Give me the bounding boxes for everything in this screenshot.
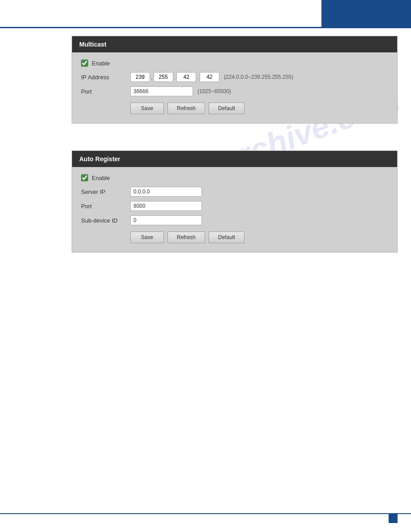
multicast-ip-octet3[interactable]	[176, 72, 196, 82]
auto-register-sub-device-label: Sub-device ID	[81, 217, 130, 224]
multicast-default-button[interactable]: Default	[209, 103, 244, 114]
ip-dot-3: .	[196, 74, 200, 81]
auto-register-buttons-row: Save Refresh Default	[130, 232, 388, 243]
multicast-ip-group: . . .	[130, 72, 219, 82]
multicast-enable-row: Enable	[81, 60, 388, 67]
multicast-port-row: Port (1025~65500)	[81, 86, 388, 96]
multicast-port-input[interactable]	[130, 86, 193, 96]
multicast-ip-octet1[interactable]	[130, 72, 150, 82]
multicast-port-label: Port	[81, 88, 130, 95]
auto-register-sub-device-row: Sub-device ID	[81, 215, 388, 225]
auto-register-port-label: Port	[81, 203, 130, 210]
multicast-refresh-button[interactable]: Refresh	[167, 103, 205, 114]
auto-register-enable-row: Enable	[81, 174, 388, 181]
multicast-panel: Multicast Enable IP Address . . .	[72, 36, 398, 124]
multicast-ip-octet4[interactable]	[200, 72, 219, 82]
multicast-panel-body: Enable IP Address . . . (224.0.0.0~239.2…	[72, 52, 397, 123]
auto-register-save-button[interactable]: Save	[130, 232, 164, 243]
auto-register-refresh-button[interactable]: Refresh	[167, 232, 205, 243]
multicast-port-hint: (1025~65500)	[197, 88, 231, 94]
footer-line	[0, 513, 411, 514]
multicast-enable-label: Enable	[92, 60, 110, 67]
multicast-save-button[interactable]: Save	[130, 103, 164, 114]
footer-corner	[389, 514, 398, 523]
multicast-ip-row: IP Address . . . (224.0.0.0~239.255.255.…	[81, 72, 388, 82]
multicast-ip-octet2[interactable]	[154, 72, 173, 82]
header-accent	[321, 0, 411, 27]
multicast-enable-checkbox[interactable]	[81, 60, 88, 67]
auto-register-panel: Auto Register Enable Server IP Port Sub-…	[72, 150, 398, 253]
multicast-panel-header: Multicast	[72, 36, 397, 52]
auto-register-sub-device-input[interactable]	[130, 215, 202, 225]
multicast-ip-hint: (224.0.0.0~239.255.255.255)	[224, 74, 293, 80]
auto-register-panel-body: Enable Server IP Port Sub-device ID Save…	[72, 167, 397, 252]
header-line	[0, 27, 411, 28]
auto-register-default-button[interactable]: Default	[209, 232, 244, 243]
auto-register-port-row: Port	[81, 201, 388, 211]
auto-register-server-ip-input[interactable]	[130, 187, 202, 197]
auto-register-enable-label: Enable	[92, 175, 110, 181]
ip-dot-1: .	[150, 74, 154, 81]
multicast-buttons-row: Save Refresh Default	[130, 103, 388, 114]
auto-register-port-input[interactable]	[130, 201, 202, 211]
auto-register-server-ip-row: Server IP	[81, 187, 388, 197]
ip-dot-2: .	[173, 74, 177, 81]
multicast-title: Multicast	[79, 41, 107, 48]
auto-register-panel-header: Auto Register	[72, 151, 397, 167]
auto-register-server-ip-label: Server IP	[81, 189, 130, 195]
main-content: Multicast Enable IP Address . . .	[72, 36, 398, 279]
auto-register-enable-checkbox[interactable]	[81, 174, 88, 181]
multicast-ip-label: IP Address	[81, 74, 130, 81]
auto-register-title: Auto Register	[79, 155, 120, 163]
